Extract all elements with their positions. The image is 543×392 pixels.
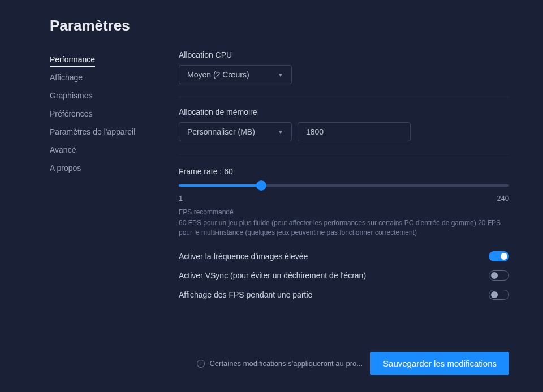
sidebar-item-avance[interactable]: Avancé (50, 141, 152, 159)
cpu-allocation-select[interactable]: Moyen (2 Cœurs) ▼ (179, 65, 292, 84)
frame-rate-label: Frame rate : 60 (179, 167, 509, 176)
sidebar-item-label: Paramètres de l'appareil (50, 127, 135, 136)
sidebar-item-appareil[interactable]: Paramètres de l'appareil (50, 123, 152, 141)
sidebar-item-label: A propos (50, 163, 81, 173)
main-panel: Allocation CPU Moyen (2 Cœurs) ▼ Allocat… (179, 50, 509, 375)
frame-rate-slider[interactable] (179, 180, 509, 191)
toggle-vsync[interactable] (489, 270, 509, 281)
fps-recommended-title: FPS recommandé (179, 208, 509, 216)
save-button[interactable]: Sauvegarder les modifications (370, 352, 509, 375)
sidebar-item-apropos[interactable]: A propos (50, 159, 152, 177)
toggle-row-fps-display: Affichage des FPS pendant une partie (179, 285, 509, 304)
footer: i Certaines modifications s'appliqueront… (179, 341, 509, 375)
toggle-row-high-fps: Activer la fréquence d'images élevée (179, 247, 509, 266)
divider (179, 154, 509, 154)
memory-allocation-select[interactable]: Personnaliser (MB) ▼ (179, 122, 292, 141)
sidebar: Performance Affichage Graphismes Préfére… (50, 50, 152, 375)
fps-recommended-body: 60 FPS pour un jeu plus fluide (peut aff… (179, 218, 509, 238)
footer-note-text: Certaines modifications s'appliqueront a… (209, 359, 363, 368)
sidebar-item-label: Affichage (50, 73, 83, 82)
memory-value-input[interactable] (298, 122, 411, 141)
toggle-knob (501, 253, 507, 260)
toggle-label: Activer VSync (pour éviter un déchiremen… (179, 271, 366, 280)
sidebar-item-affichage[interactable]: Affichage (50, 68, 152, 87)
slider-max: 240 (497, 194, 509, 203)
footer-note: i Certaines modifications s'appliqueront… (197, 359, 363, 368)
toggle-knob (491, 291, 498, 298)
toggle-label: Affichage des FPS pendant une partie (179, 290, 312, 299)
toggle-high-fps[interactable] (489, 251, 509, 261)
sidebar-item-preferences[interactable]: Préférences (50, 105, 152, 123)
toggle-label: Activer la fréquence d'images élevée (179, 252, 308, 261)
cpu-allocation-label: Allocation CPU (179, 50, 509, 59)
sidebar-item-label: Préférences (50, 109, 92, 118)
page-title: Paramètres (50, 17, 509, 35)
chevron-down-icon: ▼ (278, 72, 283, 78)
sidebar-item-graphismes[interactable]: Graphismes (50, 87, 152, 105)
slider-thumb[interactable] (256, 180, 266, 191)
divider (179, 97, 509, 97)
info-icon: i (197, 360, 205, 368)
chevron-down-icon: ▼ (278, 129, 283, 135)
sidebar-item-label: Performance (50, 55, 95, 67)
toggle-knob (491, 272, 498, 279)
sidebar-item-performance[interactable]: Performance (50, 50, 152, 68)
memory-selected-value: Personnaliser (MB) (187, 127, 255, 136)
sidebar-item-label: Graphismes (50, 91, 92, 100)
memory-allocation-label: Allocation de mémoire (179, 107, 509, 117)
toggle-fps-display[interactable] (489, 290, 509, 300)
cpu-selected-value: Moyen (2 Cœurs) (187, 70, 249, 79)
toggle-row-vsync: Activer VSync (pour éviter un déchiremen… (179, 266, 509, 285)
slider-fill (179, 184, 261, 187)
sidebar-item-label: Avancé (50, 145, 76, 154)
slider-min: 1 (179, 194, 183, 203)
